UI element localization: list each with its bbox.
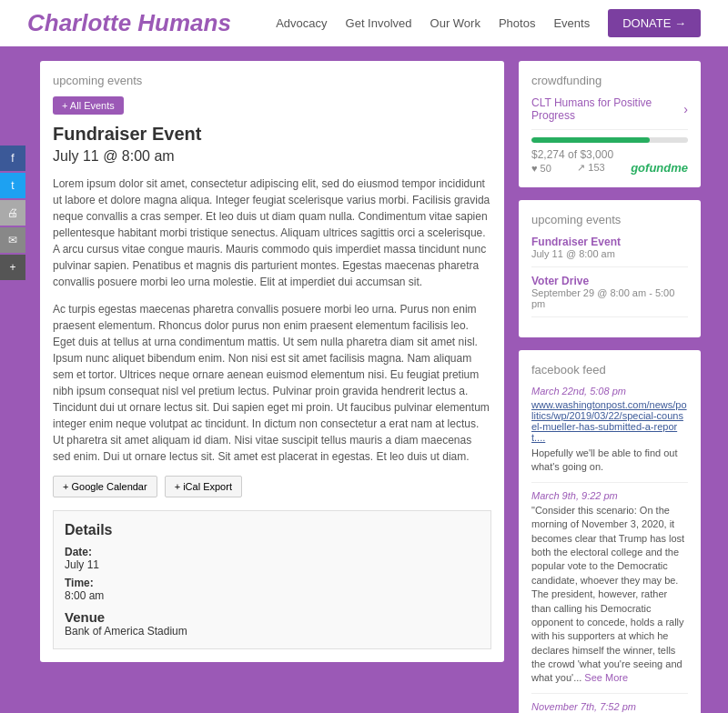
date-value: July 11 (65, 558, 480, 571)
event-title: Fundraiser Event (53, 124, 491, 145)
crowdfunding-arrow-icon[interactable]: › (683, 102, 688, 116)
ue-item-title-0[interactable]: Fundraiser Event (531, 236, 688, 248)
progress-bar (531, 137, 688, 143)
venue-heading: Venue (65, 609, 480, 625)
cf-of: of (568, 148, 580, 161)
ue-item-0: Fundraiser Event July 11 @ 8:00 am (531, 236, 688, 267)
google-calendar-button[interactable]: + Google Calendar (53, 476, 157, 497)
gofundme-logo: gofundme (631, 161, 688, 175)
main-nav: Advocacy Get Involved Our Work Photos Ev… (276, 9, 701, 37)
nav-get-involved[interactable]: Get Involved (346, 16, 412, 30)
facebook-feed-card: facebook feed March 22nd, 5:08 pm www.wa… (519, 350, 701, 713)
twitter-share-button[interactable]: t (0, 173, 25, 198)
crowdfunding-item: CLT Humans for Positive Progress › (531, 96, 688, 130)
facebook-feed-title: facebook feed (531, 363, 688, 377)
all-events-button[interactable]: + All Events (53, 96, 124, 115)
crowdfunding-item-title[interactable]: CLT Humans for Positive Progress (531, 96, 683, 122)
ical-export-button[interactable]: + iCal Export (165, 476, 242, 497)
fb-date-1: March 9th, 9:22 pm (531, 490, 688, 501)
social-sidebar: f t 🖨 ✉ + (0, 146, 25, 282)
fb-date-2: November 7th, 7:52 pm (531, 701, 688, 712)
cf-amount: $2,274 of $3,000 (531, 148, 688, 161)
email-share-button[interactable]: ✉ (0, 227, 25, 253)
progress-fill (531, 137, 650, 143)
facebook-share-button[interactable]: f (0, 146, 25, 171)
upcoming-events-title: upcoming events (53, 74, 491, 87)
more-share-button[interactable]: + (0, 255, 25, 280)
event-details-box: Details Date: July 11 Time: 8:00 am Venu… (53, 510, 491, 649)
fb-date-0: March 22nd, 5:08 pm (531, 386, 688, 397)
site-title: Charlotte Humans (27, 9, 231, 37)
upcoming-events-card: upcoming events + All Events Fundraiser … (40, 61, 504, 662)
crowdfunding-title: crowdfunding (531, 74, 688, 87)
nav-advocacy[interactable]: Advocacy (276, 16, 327, 30)
right-upcoming-events-title: upcoming events (531, 213, 688, 226)
event-actions: + Google Calendar + iCal Export (53, 476, 491, 497)
fb-see-more-1[interactable]: See More (584, 672, 628, 683)
crowdfunding-card: crowdfunding CLT Humans for Positive Pro… (519, 61, 701, 187)
header: Charlotte Humans Advocacy Get Involved O… (0, 0, 728, 46)
fb-text-1: "Consider this scenario: On the morning … (531, 504, 688, 686)
fb-text-0: Hopefully we'll be able to find out what… (531, 447, 688, 475)
event-body-1: Lorem ipsum dolor sit amet, consectetur … (53, 176, 491, 290)
fb-item-2: November 7th, 7:52 pm (531, 701, 688, 713)
cf-shares: ↗ 153 (577, 162, 604, 174)
cf-goal: $3,000 (580, 148, 613, 161)
fb-link-0[interactable]: www.washingtonpost.com/news/politics/wp/… (531, 399, 688, 443)
ue-item-title-1[interactable]: Voter Drive (531, 275, 688, 287)
cf-raised: $2,274 (531, 148, 565, 161)
right-upcoming-events-card: upcoming events Fundraiser Event July 11… (519, 200, 701, 337)
date-label: Date: (65, 546, 480, 558)
fb-item-0: March 22nd, 5:08 pm www.washingtonpost.c… (531, 386, 688, 483)
time-value: 8:00 am (65, 589, 480, 602)
right-column: crowdfunding CLT Humans for Positive Pro… (519, 61, 701, 713)
details-heading: Details (65, 522, 480, 538)
print-button[interactable]: 🖨 (0, 200, 25, 226)
ue-item-1: Voter Drive September 29 @ 8:00 am - 5:0… (531, 275, 688, 317)
ue-item-date-1: September 29 @ 8:00 am - 5:00 pm (531, 287, 688, 309)
fb-item-1: March 9th, 9:22 pm "Consider this scenar… (531, 490, 688, 694)
main-content: upcoming events + All Events Fundraiser … (0, 46, 728, 713)
event-date: July 11 @ 8:00 am (53, 148, 491, 165)
nav-our-work[interactable]: Our Work (430, 16, 480, 30)
cf-likes: ♥ 50 (531, 163, 551, 174)
nav-events[interactable]: Events (553, 16, 590, 30)
left-column: upcoming events + All Events Fundraiser … (40, 61, 504, 713)
ue-item-date-0: July 11 @ 8:00 am (531, 248, 688, 259)
time-label: Time: (65, 577, 480, 589)
event-body-2: Ac turpis egestas maecenas pharetra conv… (53, 301, 491, 465)
nav-photos[interactable]: Photos (499, 16, 535, 30)
donate-button[interactable]: DONATE → (608, 9, 701, 37)
cf-stats: ♥ 50 ↗ 153 gofundme (531, 161, 688, 175)
venue-name: Bank of America Stadium (65, 625, 480, 638)
